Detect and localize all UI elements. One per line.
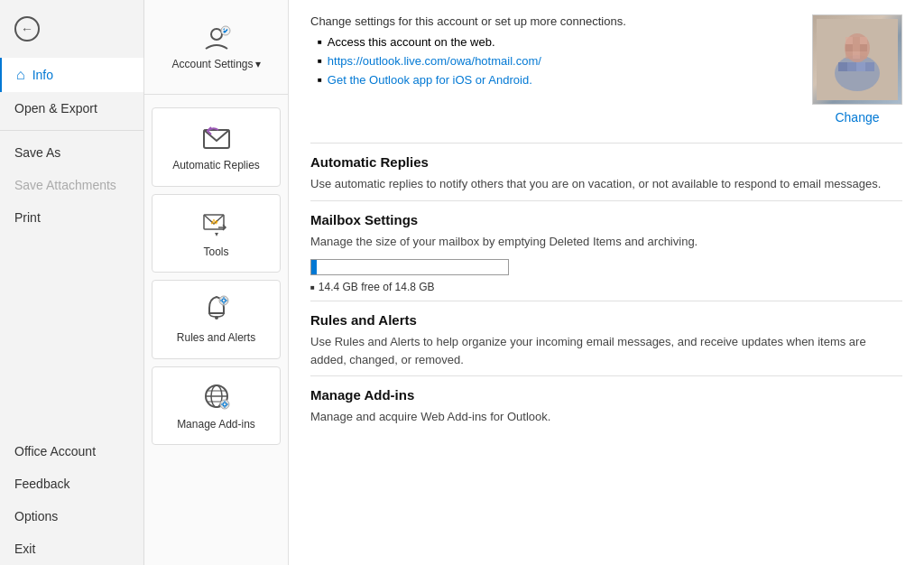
automatic-replies-desc: Use automatic replies to notify others t… [310, 175, 881, 193]
tools-label: Tools [203, 245, 228, 260]
manage-addins-label: Manage Add-ins [177, 418, 255, 432]
manage-addins-section: Manage Add-ins Manage and acquire Web Ad… [310, 387, 902, 426]
sidebar-item-office-account-label: Office Account [14, 444, 96, 458]
account-description: Change settings for this account or set … [310, 14, 794, 28]
sidebar-item-feedback-label: Feedback [14, 477, 69, 491]
automatic-replies-card[interactable]: Automatic Replies [152, 107, 281, 187]
svg-rect-31 [860, 37, 867, 44]
panel-divider-1 [144, 94, 288, 95]
manage-addins-card[interactable]: Manage Add-ins [152, 366, 281, 446]
manage-rules-card[interactable]: Rules and Alerts [152, 280, 281, 359]
tools-icon: ▾ [200, 208, 233, 240]
main-content: Account Settings ▾ Automatic Replies [144, 0, 924, 565]
svg-rect-36 [853, 51, 860, 59]
sidebar-item-print-label: Print [14, 210, 41, 225]
content-divider-1 [310, 143, 902, 144]
sidebar-item-options-label: Options [14, 509, 58, 523]
sidebar-item-office-account[interactable]: Office Account [0, 435, 143, 468]
progress-fill [311, 260, 317, 274]
automatic-replies-section: Automatic Replies Use automatic replies … [310, 154, 902, 193]
avatar-svg [817, 19, 898, 100]
svg-rect-32 [845, 44, 853, 51]
automatic-replies-title: Automatic Replies [310, 154, 881, 170]
icon-panel: Account Settings ▾ Automatic Replies [144, 0, 289, 565]
back-icon: ← [14, 16, 40, 42]
svg-rect-38 [838, 62, 847, 71]
sidebar-item-info[interactable]: ⌂ Info [0, 58, 143, 92]
manage-rules-icon [200, 293, 233, 326]
svg-text:▾: ▾ [215, 230, 218, 238]
sidebar-item-open-export[interactable]: Open & Export [0, 92, 143, 125]
avatar-box [812, 14, 902, 105]
account-settings-button[interactable]: Account Settings ▾ [152, 11, 281, 81]
top-section: Change settings for this account or set … [310, 14, 902, 125]
sidebar-item-save-attachments-label: Save Attachments [14, 178, 116, 192]
mailbox-progress-bar [310, 259, 509, 275]
sidebar-item-feedback[interactable]: Feedback [0, 468, 143, 500]
svg-rect-40 [856, 62, 865, 71]
mailbox-settings-title: Mailbox Settings [310, 212, 698, 227]
sidebar-item-print[interactable]: Print [0, 201, 143, 234]
rules-alerts-section: Rules and Alerts Use Rules and Alerts to… [310, 312, 902, 368]
svg-rect-41 [865, 62, 874, 71]
content-panel: Change settings for this account or set … [289, 0, 924, 565]
svg-rect-30 [853, 37, 860, 44]
sidebar: ← ⌂ Info Open & Export Save As Save Atta… [0, 0, 144, 565]
svg-rect-34 [860, 44, 867, 51]
svg-point-8 [215, 316, 218, 320]
svg-point-0 [211, 29, 222, 40]
sidebar-item-save-attachments: Save Attachments [0, 169, 143, 201]
svg-rect-39 [847, 62, 856, 71]
sidebar-bottom-nav: Office Account Feedback Options Exit [0, 435, 143, 565]
sidebar-spacer [0, 234, 143, 435]
change-avatar-link[interactable]: Change [835, 110, 879, 125]
avatar-section: Change [812, 14, 902, 125]
bullet-text-1: Access this account on the web. [328, 35, 495, 49]
sidebar-item-options[interactable]: Options [0, 500, 143, 533]
sidebar-item-exit-label: Exit [14, 542, 35, 556]
sidebar-nav: ⌂ Info Open & Export Save As Save Attach… [0, 58, 143, 234]
outlook-app-link[interactable]: Get the Outlook app for iOS or Android. [328, 73, 532, 87]
sidebar-item-save-as[interactable]: Save As [0, 136, 143, 169]
chevron-down-icon: ▾ [255, 58, 261, 70]
svg-rect-33 [853, 44, 860, 51]
bullet-item-3: Get the Outlook app for iOS or Android. [318, 73, 794, 87]
manage-rules-label: Rules and Alerts [177, 331, 255, 346]
manage-addins-title: Manage Add-ins [310, 387, 550, 403]
avatar-image [813, 15, 901, 104]
sidebar-item-save-as-label: Save As [14, 145, 60, 160]
mailbox-settings-desc: Manage the size of your mailbox by empty… [310, 233, 698, 251]
mailbox-settings-section: Mailbox Settings Manage the size of your… [310, 212, 902, 294]
mailbox-progress-label: 14.4 GB free of 14.8 GB [310, 281, 698, 293]
account-settings-icon [200, 22, 233, 54]
top-description: Change settings for this account or set … [310, 14, 794, 92]
tools-card[interactable]: ▾ Tools [152, 194, 281, 273]
manage-addins-icon [200, 380, 233, 412]
outlook-web-link[interactable]: https://outlook.live.com/owa/hotmail.com… [328, 54, 541, 68]
content-divider-3 [310, 301, 902, 301]
manage-addins-desc: Manage and acquire Web Add-ins for Outlo… [310, 408, 550, 426]
content-divider-4 [310, 375, 902, 376]
bullet-list: Access this account on the web. https://… [310, 35, 794, 87]
divider-1 [0, 130, 143, 131]
home-icon: ⌂ [16, 67, 25, 83]
sidebar-item-open-export-label: Open & Export [14, 101, 97, 116]
automatic-replies-icon [200, 121, 233, 153]
sidebar-item-info-label: Info [32, 68, 53, 82]
svg-rect-37 [860, 51, 867, 59]
rules-alerts-title: Rules and Alerts [310, 312, 902, 328]
back-button[interactable]: ← [0, 0, 143, 58]
automatic-replies-label: Automatic Replies [172, 159, 260, 173]
account-settings-label: Account Settings ▾ [171, 58, 260, 70]
rules-alerts-desc: Use Rules and Alerts to help organize yo… [310, 333, 902, 368]
svg-rect-35 [845, 51, 853, 59]
svg-rect-29 [845, 37, 853, 44]
content-divider-2 [310, 200, 902, 201]
bullet-item-2: https://outlook.live.com/owa/hotmail.com… [318, 54, 794, 68]
sidebar-item-exit[interactable]: Exit [0, 533, 143, 565]
bullet-item-1: Access this account on the web. [318, 35, 794, 49]
